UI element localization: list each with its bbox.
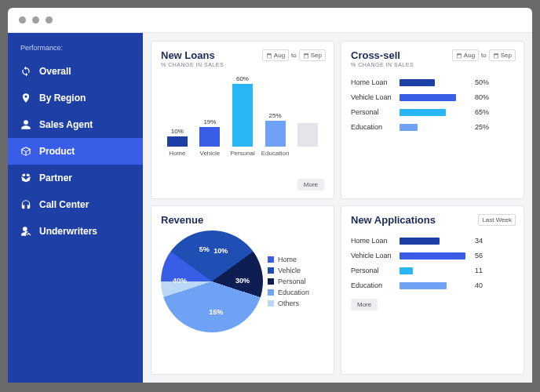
hbar-row: Personal65% bbox=[351, 108, 514, 116]
hbar-row: Education25% bbox=[351, 123, 514, 131]
pie-slice-label: 10% bbox=[213, 247, 228, 255]
date-range-control: Aug to Sep bbox=[452, 49, 516, 61]
legend-item: Personal bbox=[268, 278, 309, 285]
sidebar-item-underwriters[interactable]: Underwriters bbox=[8, 218, 143, 245]
bar-value: 19% bbox=[203, 118, 216, 125]
hbar-label: Personal bbox=[351, 108, 400, 116]
legend-item: Home bbox=[268, 256, 309, 263]
new-apps-bars: Home Loan34Vehicle Loan56Personal11Educa… bbox=[351, 237, 514, 289]
window-chrome bbox=[8, 8, 532, 33]
legend-label: Vehicle bbox=[278, 267, 301, 274]
hbar-track bbox=[400, 109, 470, 116]
bar-category: Vehicle bbox=[199, 150, 220, 157]
hbar-value: 25% bbox=[475, 123, 489, 131]
bar-value: 60% bbox=[236, 75, 249, 82]
sidebar-item-label: Underwriters bbox=[39, 226, 97, 237]
hbar-value: 50% bbox=[475, 78, 489, 86]
bar-rect bbox=[232, 84, 253, 147]
date-to-button[interactable]: Sep bbox=[299, 49, 326, 61]
card-revenue: Revenue 10%30%15%40%5% HomeVehiclePerson… bbox=[151, 205, 334, 375]
period-control: Last Week bbox=[478, 214, 516, 226]
legend-item: Vehicle bbox=[268, 267, 309, 274]
legend-swatch bbox=[268, 278, 274, 285]
traffic-light-icon[interactable] bbox=[32, 16, 39, 24]
bar-column: 10%Home bbox=[164, 128, 191, 157]
hbar-track bbox=[400, 79, 470, 86]
date-from-button[interactable]: Aug bbox=[262, 49, 289, 61]
sidebar-item-label: Call Center bbox=[39, 199, 89, 210]
calendar-icon bbox=[493, 53, 499, 59]
bar-placeholder bbox=[294, 114, 321, 157]
bar-category: Personal bbox=[230, 150, 255, 157]
bar-rect bbox=[199, 127, 220, 147]
hbar-label: Home Loan bbox=[351, 78, 400, 86]
hbar-label: Home Loan bbox=[351, 237, 400, 245]
sidebar-item-call-center[interactable]: Call Center bbox=[8, 191, 143, 218]
hbar-track bbox=[400, 238, 470, 245]
sidebar-item-label: Sales Agent bbox=[39, 119, 93, 130]
sidebar-item-product[interactable]: Product bbox=[8, 138, 143, 165]
sidebar-item-region[interactable]: By Region bbox=[8, 85, 143, 111]
bar-value: 10% bbox=[171, 128, 184, 135]
card-new-applications: New Applications Last Week Home Loan34Ve… bbox=[341, 205, 524, 375]
hbar-value: 65% bbox=[475, 108, 489, 116]
legend-label: Personal bbox=[278, 278, 306, 285]
legend-swatch bbox=[268, 289, 274, 296]
more-button[interactable]: More bbox=[351, 299, 378, 310]
sidebar-item-label: Partner bbox=[39, 172, 72, 183]
legend-swatch bbox=[268, 300, 274, 307]
hbar-value: 80% bbox=[475, 93, 489, 101]
date-to-button[interactable]: Sep bbox=[489, 49, 516, 61]
traffic-light-icon[interactable] bbox=[19, 16, 26, 24]
sidebar-item-overall[interactable]: Overall bbox=[8, 58, 143, 85]
headset-icon bbox=[20, 199, 31, 210]
sidebar-header: Performance: bbox=[8, 44, 143, 58]
legend-label: Others bbox=[278, 299, 299, 307]
hbar-label: Vehicle Loan bbox=[351, 93, 400, 101]
main-content: New Loans % CHANGE IN SALES Aug to Sep 1… bbox=[143, 33, 532, 383]
pie-slice-label: 15% bbox=[209, 308, 223, 316]
period-button[interactable]: Last Week bbox=[478, 214, 516, 226]
legend-swatch bbox=[268, 256, 274, 263]
date-from-button[interactable]: Aug bbox=[452, 49, 479, 61]
hbar-row: Home Loan50% bbox=[351, 78, 514, 86]
hbar-value: 40 bbox=[475, 281, 483, 289]
hbar-track bbox=[400, 252, 470, 260]
pie-slice-label: 30% bbox=[235, 277, 250, 285]
hbar-track bbox=[400, 124, 470, 131]
hbar-value: 34 bbox=[475, 237, 483, 245]
bar-column: 60%Personal bbox=[229, 75, 256, 157]
card-cross-sell: Cross-sell % CHANGE IN SALES Aug to Sep … bbox=[341, 41, 524, 199]
legend-swatch bbox=[268, 267, 274, 274]
calendar-icon bbox=[456, 53, 462, 59]
browser-frame: Performance: Overall By Region Sales Age… bbox=[8, 8, 532, 383]
pie-slice-label: 5% bbox=[199, 245, 210, 253]
map-pin-icon bbox=[20, 93, 31, 103]
hbar-value: 11 bbox=[475, 267, 483, 274]
bar-rect bbox=[167, 136, 188, 147]
sidebar-item-sales-agent[interactable]: Sales Agent bbox=[8, 111, 143, 138]
more-button[interactable]: More bbox=[297, 179, 324, 191]
hbar-row: Vehicle Loan80% bbox=[351, 93, 514, 101]
sidebar-item-partner[interactable]: Partner bbox=[8, 165, 143, 191]
card-new-loans: New Loans % CHANGE IN SALES Aug to Sep 1… bbox=[151, 41, 334, 199]
hbar-label: Education bbox=[351, 281, 400, 289]
handshake-icon bbox=[20, 172, 31, 183]
legend-label: Home bbox=[278, 256, 297, 263]
bar-value: 25% bbox=[269, 112, 282, 119]
person-icon bbox=[20, 119, 31, 130]
revenue-legend: HomeVehiclePersonalEducationOthers bbox=[268, 256, 309, 307]
hbar-track bbox=[400, 282, 470, 289]
hbar-track bbox=[400, 267, 470, 274]
legend-label: Education bbox=[278, 289, 309, 296]
traffic-light-icon[interactable] bbox=[46, 16, 53, 24]
hbar-row: Personal11 bbox=[351, 267, 514, 274]
date-range-control: Aug to Sep bbox=[262, 49, 326, 61]
legend-item: Others bbox=[268, 299, 309, 307]
person-check-icon bbox=[20, 226, 31, 237]
sidebar-item-label: By Region bbox=[39, 93, 86, 103]
date-to-word: to bbox=[291, 52, 297, 59]
hbar-label: Education bbox=[351, 123, 400, 131]
pie-slice-label: 40% bbox=[173, 277, 187, 285]
card-subtitle: % CHANGE IN SALES bbox=[351, 62, 514, 67]
